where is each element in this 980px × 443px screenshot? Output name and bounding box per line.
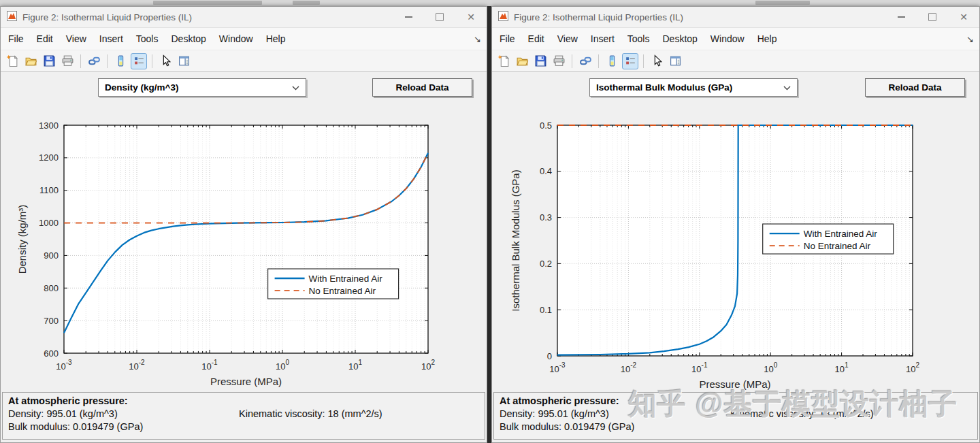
insert-colorbar-icon[interactable]: [604, 53, 620, 69]
y-tick-label: 0.4: [540, 166, 552, 176]
window-title: Figure 2: Isothermal Liquid Properties (…: [22, 12, 393, 22]
print-icon[interactable]: [551, 53, 567, 69]
toolbar-separator: [80, 54, 81, 68]
insert-legend-icon[interactable]: [622, 53, 638, 69]
y-tick-label: 1300: [39, 120, 59, 131]
menu-insert[interactable]: Insert: [99, 33, 123, 44]
toolbar-separator: [152, 54, 152, 68]
y-tick-label: 700: [44, 316, 59, 326]
reload-data-button[interactable]: Reload Data: [372, 78, 472, 97]
x-axis-label: Pressure (MPa): [210, 376, 282, 387]
x-tick-label: 10-1: [201, 359, 218, 372]
insert-legend-icon[interactable]: [131, 53, 147, 69]
menu-edit[interactable]: Edit: [37, 33, 53, 44]
background-window-fragment: [293, 1, 320, 5]
toolbar-separator: [572, 54, 572, 68]
figure-palette-icon[interactable]: [176, 53, 192, 69]
dock-figure-arrow[interactable]: ↘: [474, 34, 481, 44]
x-tick-label: 102: [421, 359, 435, 372]
link-plots-icon[interactable]: [577, 53, 593, 69]
chevron-down-icon: [783, 82, 791, 93]
link-plots-icon[interactable]: [86, 53, 102, 69]
menu-insert[interactable]: Insert: [591, 33, 615, 44]
bulk-modulus-chart: 10-310-210-110010110200.10.20.30.40.5Pre…: [492, 103, 979, 393]
insert-colorbar-icon[interactable]: [112, 53, 129, 69]
minimize-button[interactable]: [885, 7, 917, 27]
x-axis-label: Pressure (MPa): [699, 378, 770, 390]
status-header: At atmospheric pressure:: [500, 395, 972, 408]
menu-tools[interactable]: Tools: [136, 33, 159, 44]
maximize-button[interactable]: [424, 7, 455, 27]
screen: Figure 2: Isothermal Liquid Properties (…: [0, 0, 980, 443]
x-tick-label: 10-1: [691, 361, 708, 374]
x-tick-label: 100: [276, 359, 289, 372]
toolbar-separator: [643, 54, 644, 68]
toolbar: [1, 50, 487, 72]
y-tick-label: 1100: [39, 185, 59, 195]
maximize-button[interactable]: [917, 7, 948, 27]
title-bar[interactable]: Figure 2: Isothermal Liquid Properties (…: [492, 7, 979, 28]
y-tick-label: 800: [44, 283, 59, 293]
property-dropdown-value: Isothermal Bulk Modulus (GPa): [596, 82, 732, 93]
matlab-icon: [498, 11, 508, 24]
open-folder-icon[interactable]: [22, 53, 39, 69]
y-axis-label: Density (kg/m³): [16, 205, 28, 274]
save-icon[interactable]: [532, 53, 549, 69]
y-tick-label: 0: [547, 351, 552, 361]
property-dropdown[interactable]: Density (kg/m^3): [98, 78, 306, 97]
reload-data-button[interactable]: Reload Data: [865, 78, 965, 97]
reload-data-label: Reload Data: [395, 82, 448, 93]
save-icon[interactable]: [41, 53, 57, 69]
dock-figure-arrow[interactable]: ↘: [966, 34, 974, 44]
close-button[interactable]: ✕: [948, 7, 979, 27]
x-tick-label: 10-2: [621, 361, 637, 374]
menu-window[interactable]: Window: [710, 33, 745, 44]
status-header: At atmospheric pressure:: [8, 395, 479, 408]
menu-help[interactable]: Help: [266, 33, 286, 44]
menu-help[interactable]: Help: [757, 33, 777, 44]
status-bulk-modulus: Bulk modulus: 0.019479 (GPa): [500, 421, 972, 433]
minimize-button[interactable]: [393, 7, 424, 27]
new-document-icon[interactable]: [4, 53, 20, 69]
property-dropdown[interactable]: Isothermal Bulk Modulus (GPa): [589, 78, 798, 97]
x-tick-label: 101: [348, 359, 362, 372]
x-tick-label: 10-2: [129, 359, 145, 372]
background-window-fragment: [755, 1, 810, 5]
property-dropdown-value: Density (kg/m^3): [105, 82, 178, 93]
controls-row: Density (kg/m^3) Reload Data: [1, 72, 487, 103]
menu-bar: FileEditViewInsertToolsDesktopWindowHelp…: [492, 28, 979, 50]
menu-tools[interactable]: Tools: [627, 33, 650, 44]
menu-file[interactable]: File: [8, 33, 24, 44]
edit-plot-cursor-icon[interactable]: [157, 53, 174, 69]
menu-file[interactable]: File: [500, 33, 515, 44]
edit-plot-cursor-icon[interactable]: [649, 53, 665, 69]
controls-row: Isothermal Bulk Modulus (GPa) Reload Dat…: [492, 72, 979, 103]
reload-data-label: Reload Data: [888, 82, 941, 93]
plot-background: [64, 125, 428, 353]
y-tick-label: 600: [44, 348, 59, 359]
y-tick-label: 1000: [39, 218, 59, 228]
close-button[interactable]: ✕: [455, 7, 487, 27]
menu-desktop[interactable]: Desktop: [171, 33, 206, 44]
y-tick-label: 0.1: [540, 305, 552, 315]
menu-view[interactable]: View: [557, 33, 578, 44]
print-icon[interactable]: [59, 53, 76, 69]
x-tick-label: 102: [906, 361, 919, 374]
menu-desktop[interactable]: Desktop: [662, 33, 697, 44]
toolbar: [492, 50, 979, 72]
menu-window[interactable]: Window: [219, 33, 253, 44]
status-panel: At atmospheric pressure: Density: 995.01…: [493, 392, 978, 440]
menu-view[interactable]: View: [66, 33, 86, 44]
title-bar[interactable]: Figure 2: Isothermal Liquid Properties (…: [1, 7, 487, 28]
figure-palette-icon[interactable]: [667, 53, 683, 69]
y-tick-label: 0.5: [540, 120, 552, 131]
status-panel: At atmospheric pressure: Density: 995.01…: [2, 392, 485, 440]
new-document-icon[interactable]: [495, 53, 512, 69]
menu-edit[interactable]: Edit: [528, 33, 544, 44]
density-plot-area: 10-310-210-11001011026007008009001000110…: [1, 103, 487, 391]
background-window-fragment: [153, 1, 262, 5]
legend: With Entrained AirNo Entrained Air: [268, 269, 399, 299]
open-folder-icon[interactable]: [514, 53, 530, 69]
x-tick-label: 10-3: [56, 359, 72, 372]
background-window-fragment: [0, 0, 980, 6]
